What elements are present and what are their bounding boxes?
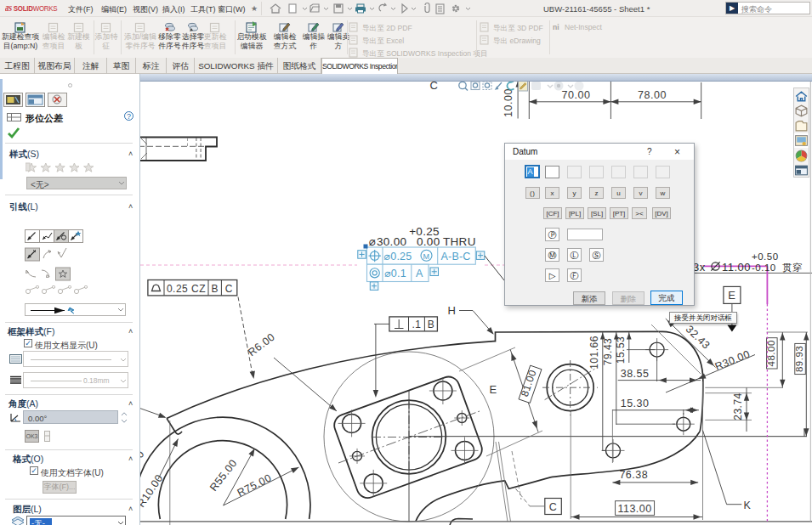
svg-text:A-B-C: A-B-C xyxy=(440,251,470,262)
svg-text:+0.50: +0.50 xyxy=(752,251,779,262)
svg-text:B: B xyxy=(428,319,435,330)
svg-text:E: E xyxy=(489,383,497,396)
svg-text:-0.10: -0.10 xyxy=(752,262,776,273)
svg-text:0.00: 0.00 xyxy=(417,235,440,248)
svg-text:A: A xyxy=(416,268,423,279)
svg-text:B: B xyxy=(211,283,219,295)
svg-text:23.74: 23.74 xyxy=(732,392,744,421)
svg-text:38.55: 38.55 xyxy=(621,368,650,380)
svg-text:15.30: 15.30 xyxy=(621,398,650,409)
svg-text:.1: .1 xyxy=(412,319,421,330)
svg-text:10.00: 10.00 xyxy=(503,88,514,117)
svg-text:78.00: 78.00 xyxy=(638,89,667,101)
svg-text:C: C xyxy=(549,501,558,513)
svg-text:⌀0.1: ⌀0.1 xyxy=(384,268,406,279)
svg-text:M: M xyxy=(423,252,430,261)
svg-text:⌀: ⌀ xyxy=(369,235,377,248)
svg-text:11.00: 11.00 xyxy=(722,261,751,274)
svg-text:K: K xyxy=(744,500,752,511)
svg-text:E: E xyxy=(728,289,735,302)
svg-text:C: C xyxy=(225,283,233,295)
svg-text:H: H xyxy=(448,304,457,317)
svg-text:101.66: 101.66 xyxy=(588,336,600,370)
svg-text:0.25 CZ: 0.25 CZ xyxy=(167,283,206,295)
svg-text:贯穿: 贯穿 xyxy=(782,262,803,273)
svg-text:70.00: 70.00 xyxy=(562,89,591,101)
svg-text:⌀0.25: ⌀0.25 xyxy=(384,251,412,262)
svg-text:79.43: 79.43 xyxy=(602,338,614,366)
svg-text:48.00: 48.00 xyxy=(766,340,776,366)
svg-text:76.38: 76.38 xyxy=(619,469,648,481)
svg-text:15.53: 15.53 xyxy=(615,336,627,364)
svg-text:THRU: THRU xyxy=(443,235,476,248)
svg-text:30.00: 30.00 xyxy=(377,235,406,248)
svg-text:3x: 3x xyxy=(693,261,706,274)
svg-text:113.00: 113.00 xyxy=(617,503,651,515)
svg-text:89.93: 89.93 xyxy=(795,346,805,372)
